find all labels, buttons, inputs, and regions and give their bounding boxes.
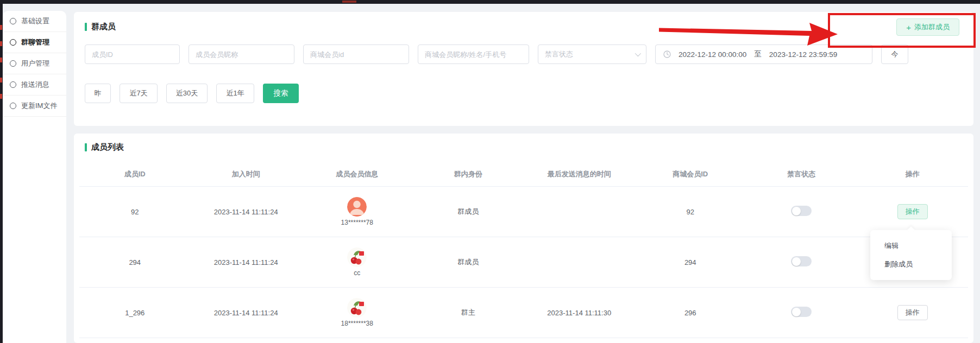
mute-toggle[interactable] [791, 256, 812, 266]
add-group-member-label: 添加群成员 [914, 22, 950, 32]
sidebar-item-push-message[interactable]: 推送消息 [3, 74, 66, 96]
section-title-group-member: 群成员 [85, 22, 116, 32]
radio-circle-icon [10, 39, 16, 46]
cell-member-info: 18*******38 [301, 298, 413, 327]
cell-mute-status [746, 256, 857, 268]
column-header-group-role: 群内身份 [413, 169, 524, 179]
table-row: 294 2023-11-14 11:11:24 [79, 237, 968, 288]
cell-member-info: cc [301, 247, 413, 277]
member-phone-label: 18*******38 [341, 320, 373, 327]
search-button[interactable]: 搜索 [263, 84, 299, 103]
member-list-card: 成员列表 成员ID 加入时间 成员会员信息 群内身份 最后发送消息的时间 商城会… [74, 134, 973, 343]
mall-member-info-input[interactable] [418, 45, 529, 64]
column-header-mall-member-id: 商城会员ID [635, 169, 746, 179]
mute-status-select[interactable]: 禁言状态 [538, 45, 646, 64]
top-bar-red-artifact [342, 1, 356, 3]
cell-member-id: 294 [79, 258, 191, 266]
member-nickname-input[interactable] [189, 45, 294, 64]
cell-last-message-time: 2023-11-14 11:11:30 [524, 309, 635, 317]
radio-circle-icon [10, 18, 16, 24]
table-row: 92 2023-11-14 11:11:24 13*******78 群成员 9 [79, 187, 968, 237]
mall-member-id-input[interactable] [303, 45, 409, 64]
sidebar-item-label: 群聊管理 [21, 37, 49, 47]
column-header-last-message-time: 最后发送消息的时间 [524, 169, 635, 179]
cell-mute-status [746, 307, 857, 319]
cell-mall-member-id: 294 [635, 258, 746, 266]
sidebar-item-label: 用户管理 [21, 59, 49, 68]
column-header-action: 操作 [857, 169, 969, 179]
filter-row: 禁言状态 2022-12-12 00:00:00 至 2023-12-12 23… [85, 45, 908, 64]
sidebar-item-basic-settings[interactable]: 基础设置 [3, 11, 66, 32]
date-range-picker[interactable]: 2022-12-12 00:00:00 至 2023-12-12 23:59:5… [655, 45, 872, 64]
green-accent-bar [85, 23, 87, 31]
cell-mall-member-id: 92 [635, 208, 746, 216]
table-header-row: 成员ID 加入时间 成员会员信息 群内身份 最后发送消息的时间 商城会员ID 禁… [79, 162, 968, 187]
toggle-knob [792, 257, 801, 266]
cherry-photo-avatar [347, 298, 367, 317]
default-person-avatar [347, 197, 367, 217]
left-edge-red-tick [0, 25, 2, 30]
last-1-year-button[interactable]: 近1年 [216, 84, 254, 103]
cell-join-time: 2023-11-14 11:11:24 [191, 309, 302, 317]
date-range-separator: 至 [754, 49, 762, 59]
green-accent-bar [85, 143, 87, 151]
mute-status-placeholder: 禁言状态 [545, 49, 573, 59]
quick-range-row: 昨 近7天 近30天 近1年 搜索 [85, 84, 299, 103]
radio-circle-icon [10, 103, 16, 109]
toggle-knob [792, 207, 801, 215]
group-member-filter-card: 群成员 + 添加群成员 禁言状态 2022-12-12 00:00:00 至 2… [74, 12, 973, 126]
member-table: 成员ID 加入时间 成员会员信息 群内身份 最后发送消息的时间 商城会员ID 禁… [79, 162, 968, 338]
plus-icon: + [906, 23, 911, 32]
mute-toggle[interactable] [791, 206, 812, 216]
column-header-mute-status: 禁言状态 [746, 169, 857, 179]
sidebar-item-user-management[interactable]: 用户管理 [3, 53, 66, 74]
left-edge-red-tick [0, 41, 2, 46]
section-title-text: 成员列表 [91, 142, 124, 153]
toggle-knob [792, 308, 801, 316]
last-30-days-button[interactable]: 近30天 [166, 84, 208, 103]
clock-icon [663, 50, 671, 58]
column-header-member-info: 成员会员信息 [301, 169, 413, 179]
member-nickname-label: cc [354, 269, 360, 277]
cell-mute-status [746, 206, 857, 218]
action-dropdown-menu: 编辑 删除成员 [870, 230, 952, 280]
cell-member-id: 92 [79, 208, 191, 216]
browser-top-bar [0, 0, 980, 4]
today-button[interactable]: 今 [881, 45, 908, 64]
radio-circle-icon [10, 60, 16, 67]
left-edge-red-tick [0, 94, 2, 99]
row-action-button[interactable]: 操作 [897, 305, 928, 320]
table-row: 1_296 2023-11-14 11:11:24 [79, 288, 968, 338]
date-range-start: 2022-12-12 00:00:00 [679, 50, 746, 59]
last-7-days-button[interactable]: 近7天 [120, 84, 158, 103]
cell-member-id: 1_296 [79, 309, 191, 317]
left-edge-strip [0, 4, 3, 343]
sidebar-item-label: 推送消息 [21, 80, 49, 90]
cell-member-info: 13*******78 [301, 197, 413, 226]
sidebar-item-label: 更新IM文件 [21, 101, 57, 111]
cell-action: 操作 [857, 305, 969, 320]
column-header-join-time: 加入时间 [191, 169, 302, 179]
sidebar-item-label: 基础设置 [21, 16, 49, 26]
menu-item-delete-member[interactable]: 删除成员 [870, 255, 952, 274]
cell-mall-member-id: 296 [635, 309, 746, 317]
column-header-member-id: 成员ID [79, 169, 191, 179]
chevron-down-icon [635, 50, 641, 56]
menu-item-edit[interactable]: 编辑 [870, 237, 952, 255]
cherry-photo-avatar [347, 247, 367, 267]
cell-join-time: 2023-11-14 11:11:24 [191, 208, 302, 216]
sidebar-item-update-im-file[interactable]: 更新IM文件 [3, 96, 66, 117]
date-range-end: 2023-12-12 23:59:59 [769, 50, 837, 59]
cell-action: 操作 [857, 204, 969, 219]
cell-group-role: 群成员 [413, 207, 524, 217]
section-title-member-list: 成员列表 [85, 142, 124, 153]
cell-group-role: 群成员 [413, 257, 524, 267]
member-id-input[interactable] [85, 45, 180, 64]
sidebar-item-group-chat-management[interactable]: 群聊管理 [3, 32, 66, 53]
row-action-button-active[interactable]: 操作 [897, 204, 928, 219]
mute-toggle[interactable] [791, 307, 812, 317]
add-group-member-button[interactable]: + 添加群成员 [896, 18, 959, 36]
cell-group-role: 群主 [413, 308, 524, 317]
sidebar: 基础设置 群聊管理 用户管理 推送消息 更新IM文件 [3, 11, 66, 343]
yesterday-button[interactable]: 昨 [85, 84, 111, 103]
